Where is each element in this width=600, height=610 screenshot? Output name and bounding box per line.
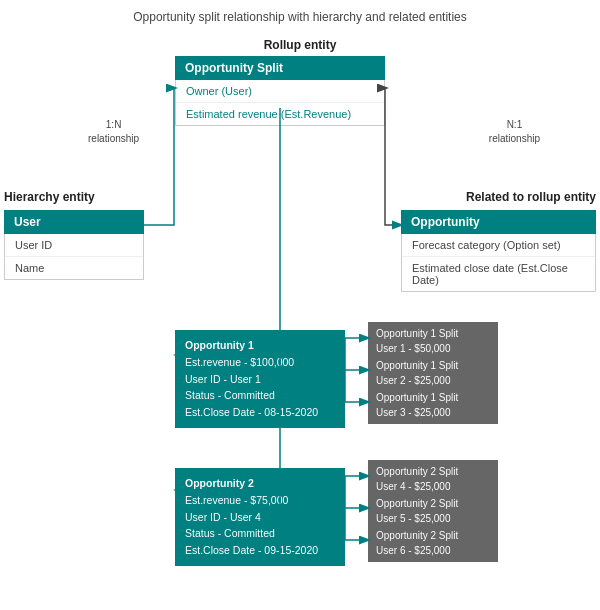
opp1-line5: Est.Close Date - 08-15-2020 — [185, 404, 335, 421]
opportunity-1-box: Opportunity 1 Est.revenue - $100,000 Use… — [175, 330, 345, 428]
split-2-3: Opportunity 2 Split User 6 - $25,000 — [368, 524, 498, 562]
page-title: Opportunity split relationship with hier… — [0, 0, 600, 30]
opportunity-2-box: Opportunity 2 Est.revenue - $75,000 User… — [175, 468, 345, 566]
related-field-1: Forecast category (Option set) — [402, 234, 595, 257]
rollup-box: Opportunity Split Owner (User) Estimated… — [175, 56, 385, 126]
related-box: Opportunity Forecast category (Option se… — [401, 210, 596, 292]
opp1-line3: User ID - User 1 — [185, 371, 335, 388]
related-field-2: Estimated close date (Est.Close Date) — [402, 257, 595, 291]
rollup-field-2: Estimated revenue (Est.Revenue) — [176, 103, 384, 125]
rel-label-left: 1:N relationship — [88, 118, 139, 146]
related-header: Opportunity — [401, 210, 596, 234]
opp2-line1: Opportunity 2 — [185, 475, 335, 492]
diagram-container: Opportunity split relationship with hier… — [0, 0, 600, 610]
rollup-label: Rollup entity — [264, 38, 337, 52]
opp2-line3: User ID - User 4 — [185, 509, 335, 526]
hierarchy-label: Hierarchy entity — [4, 190, 95, 204]
hierarchy-box: User User ID Name — [4, 210, 144, 280]
hierarchy-field-1: User ID — [5, 234, 143, 257]
opp1-line1: Opportunity 1 — [185, 337, 335, 354]
opp1-line2: Est.revenue - $100,000 — [185, 354, 335, 371]
opp1-line4: Status - Committed — [185, 387, 335, 404]
hierarchy-header: User — [4, 210, 144, 234]
related-label: Related to rollup entity — [466, 190, 596, 204]
hierarchy-body: User ID Name — [4, 234, 144, 280]
rollup-body: Owner (User) Estimated revenue (Est.Reve… — [175, 80, 385, 126]
hierarchy-field-2: Name — [5, 257, 143, 279]
related-body: Forecast category (Option set) Estimated… — [401, 234, 596, 292]
rel-label-right: N:1 relationship — [489, 118, 540, 146]
opp2-line2: Est.revenue - $75,000 — [185, 492, 335, 509]
split-1-3: Opportunity 1 Split User 3 - $25,000 — [368, 386, 498, 424]
rollup-header: Opportunity Split — [175, 56, 385, 80]
opp2-line5: Est.Close Date - 09-15-2020 — [185, 542, 335, 559]
rollup-field-1: Owner (User) — [176, 80, 384, 103]
opp2-line4: Status - Committed — [185, 525, 335, 542]
